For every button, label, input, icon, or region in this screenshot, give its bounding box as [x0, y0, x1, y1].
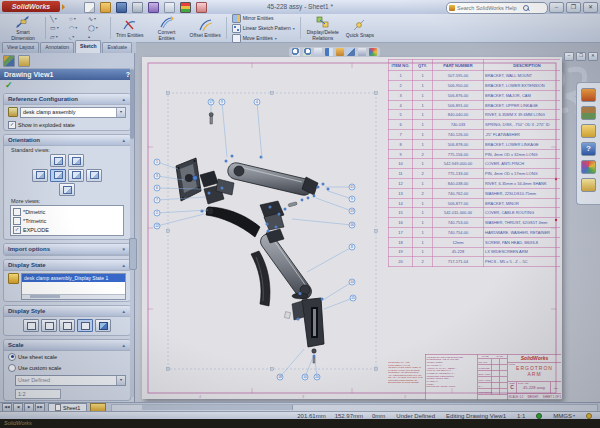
zoom-to-fit-icon[interactable]: [292, 48, 300, 56]
show-exploded-option[interactable]: ✓ Show in exploded state: [4, 119, 130, 130]
move-entities-tool[interactable]: Move Entities ▾: [232, 34, 295, 43]
bom-row[interactable]: 51840-040-00RIVET, 6.35MM X 39.6MM LONG: [388, 110, 560, 120]
balloon-callout[interactable]: 3: [154, 173, 160, 179]
units-selector[interactable]: MMGS▾: [553, 413, 575, 419]
balloon-callout[interactable]: 13: [349, 208, 355, 214]
edit-appearance-icon[interactable]: [369, 48, 377, 56]
bom-row[interactable]: 202717-171-04PHCS - M5 x 5 - Z -- 5C: [388, 257, 560, 267]
balloon-callout[interactable]: 20: [314, 374, 320, 380]
balloon-callout[interactable]: 6: [154, 185, 160, 191]
feature-tree-tab-icon[interactable]: [3, 55, 15, 67]
offset-entities-tool[interactable]: Offset Entities: [187, 14, 224, 42]
balloon-callout[interactable]: 4: [254, 99, 260, 105]
previous-view-icon[interactable]: [314, 48, 322, 56]
bom-row[interactable]: 61740-033SPRING, DISK, .750" OD X .270" …: [388, 120, 560, 130]
bom-row[interactable]: 19145-228LX WIDESCREEN ARM: [388, 247, 560, 257]
view-isometric-button[interactable]: [59, 183, 75, 196]
wireframe-style-button[interactable]: [23, 319, 39, 332]
view-left-button[interactable]: [32, 169, 48, 182]
bom-row[interactable]: 11507-595-00BRACKET, WALL MOUNT: [388, 71, 560, 81]
balloon-callout[interactable]: 18: [277, 374, 283, 380]
doc-restore-button[interactable]: ❐: [576, 52, 586, 61]
view-front-button[interactable]: [50, 154, 66, 167]
bom-row[interactable]: 132740-762-00WASHER, 22SLDS10.75mm: [388, 188, 560, 198]
use-custom-scale-option[interactable]: Use custom scale: [4, 362, 130, 373]
view-bottom-button[interactable]: [86, 169, 102, 182]
view-orientation-icon[interactable]: [336, 48, 344, 56]
balloon-callout[interactable]: 12: [154, 223, 160, 229]
tab-view-layout[interactable]: View Layout: [2, 42, 39, 53]
use-custom-scale-radio[interactable]: [8, 364, 16, 372]
balloon-callout[interactable]: 9: [219, 99, 225, 105]
use-sheet-scale-option[interactable]: Use sheet scale: [4, 351, 130, 362]
custom-scale-select[interactable]: User Defined ▾: [15, 375, 126, 386]
bom-row[interactable]: 171740-754-00HARDWARE, WASHER, RETAINER: [388, 228, 560, 238]
zoom-to-area-icon[interactable]: [303, 48, 311, 56]
panel-splitter-handle[interactable]: [129, 238, 137, 270]
bom-row[interactable]: 18112mmSCREW, PAN HEAD, M6X6.8: [388, 237, 560, 247]
search-input[interactable]: [457, 5, 521, 11]
quick-tips-icon[interactable]: [586, 413, 592, 419]
configuration-select[interactable]: desk clamp assembly ▾: [20, 107, 126, 118]
solidworks-resources-icon[interactable]: [581, 88, 596, 102]
use-sheet-scale-radio[interactable]: [8, 353, 16, 361]
smart-dimension-tool[interactable]: Smart Dimension: [3, 14, 43, 42]
spline-tool-icon[interactable]: ∿▾: [88, 15, 106, 23]
minimize-button[interactable]: –: [549, 2, 564, 13]
graphics-area[interactable]: – ❐ ✕ ?: [134, 42, 600, 402]
balloon-callout[interactable]: 1: [154, 159, 160, 165]
file-explorer-icon[interactable]: [581, 124, 596, 138]
display-state-item[interactable]: desk clamp assembly_Display State 1: [22, 274, 125, 282]
bom-row[interactable]: 141506-877-00BRACKET, MINOR: [388, 198, 560, 208]
hidden-lines-visible-button[interactable]: [41, 319, 57, 332]
balloon-callout[interactable]: 17: [208, 99, 214, 105]
tab-annotation[interactable]: Annotation: [40, 42, 74, 53]
property-manager-tab-icon[interactable]: [18, 55, 30, 67]
balloon-callout[interactable]: 14: [349, 279, 355, 285]
circle-tool-icon[interactable]: ○▾: [69, 15, 87, 23]
balloon-callout[interactable]: 15: [350, 295, 356, 301]
tab-evaluate[interactable]: Evaluate: [102, 42, 131, 53]
convert-entities-tool[interactable]: Convert Entities: [147, 14, 187, 42]
rectangle-tool-icon[interactable]: ▭▾: [50, 24, 68, 32]
search-pane-icon[interactable]: ?: [581, 142, 596, 156]
bom-row[interactable]: 71740-126-00.25" FLATWASHER: [388, 130, 560, 140]
bom-row[interactable]: 101542-949-000-00COVER, ANTI-PINCH: [388, 159, 560, 169]
search-scope-icon[interactable]: [449, 5, 455, 11]
mirror-entities-tool[interactable]: Mirror Entities: [232, 14, 295, 23]
line-tool-icon[interactable]: ╲▾: [50, 15, 68, 23]
tab-sketch[interactable]: Sketch: [75, 40, 101, 53]
import-options-header[interactable]: Import options▼: [4, 244, 130, 255]
chevron-down-icon[interactable]: ▾: [116, 108, 125, 117]
bom-row[interactable]: 112775-133-00PIN, 4mm OD x 17mm LONG: [388, 169, 560, 179]
balloon-callout[interactable]: 11: [349, 184, 355, 190]
search-icon[interactable]: [523, 5, 529, 11]
balloon-callout[interactable]: 9: [349, 196, 355, 202]
bom-row[interactable]: 81506-878-00BRACKET, LOWER LINKAGE: [388, 139, 560, 149]
exploded-view-drawing[interactable]: [176, 113, 330, 364]
close-button[interactable]: ✕: [583, 2, 598, 13]
view-back-button[interactable]: [68, 154, 84, 167]
trim-entities-tool[interactable]: Trim Entities: [113, 14, 147, 42]
bom-row[interactable]: 121840-038-00RIVET, 6.35mm x 34.4mm SHAN…: [388, 179, 560, 189]
show-exploded-checkbox[interactable]: ✓: [8, 121, 16, 129]
shaded-with-edges-button[interactable]: [77, 319, 93, 332]
custom-properties-icon[interactable]: [581, 178, 596, 192]
hidden-lines-removed-button[interactable]: [59, 319, 75, 332]
display-style-icon[interactable]: [347, 48, 355, 56]
display-state-listbox[interactable]: desk clamp assembly_Display State 1: [21, 273, 126, 300]
ellipse-tool-icon[interactable]: ◯▾: [88, 24, 106, 32]
bom-row[interactable]: 31506-876-00BRACKET, MAJOR, CAM: [388, 90, 560, 100]
view-top-button[interactable]: [68, 169, 84, 182]
balloon-callout[interactable]: 8: [349, 244, 355, 250]
restore-button[interactable]: ❐: [566, 2, 581, 13]
balloon-callout[interactable]: 7: [154, 197, 160, 203]
custom-scale-input[interactable]: 1:2: [15, 389, 61, 399]
view-right-button[interactable]: [50, 169, 66, 182]
bom-row[interactable]: 41506-891-00BRACKET, UPPER LINKAGE: [388, 100, 560, 110]
more-views-option[interactable]: *Dimetric: [12, 207, 122, 216]
doc-close-button[interactable]: ✕: [588, 52, 598, 61]
search-box[interactable]: [446, 2, 548, 14]
bom-row[interactable]: 21506-950-00BRACKET, LOWER EXTENSION: [388, 81, 560, 91]
bom-row[interactable]: 151542-011-000-00COVER, CABLE ROUTING: [388, 208, 560, 218]
